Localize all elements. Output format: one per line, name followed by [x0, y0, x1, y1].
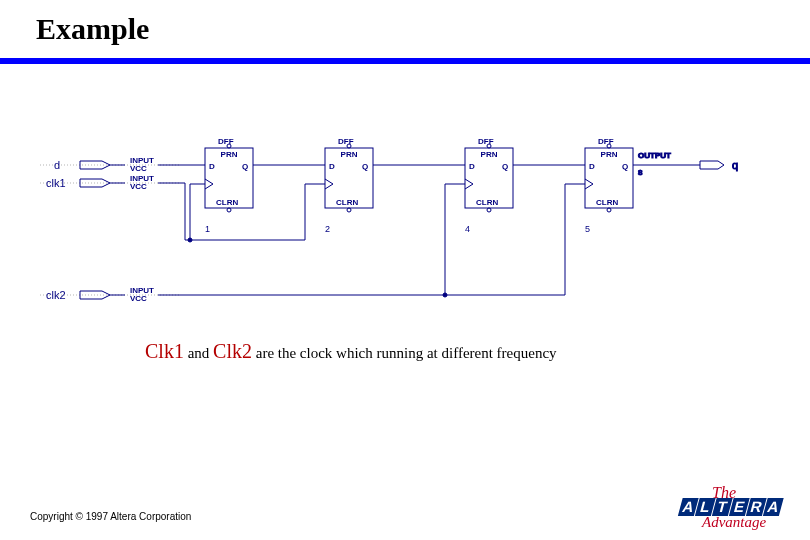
svg-text:Q: Q	[242, 162, 248, 171]
label-vcc-clk1: VCC	[130, 182, 147, 191]
schematic-diagram: d clk1 clk2 INPUT VCC INPUT VCC INPUT VC…	[40, 130, 760, 320]
pin-clk2	[80, 291, 125, 299]
svg-point-22	[347, 208, 351, 212]
svg-point-58	[443, 293, 447, 297]
svg-text:CLRN: CLRN	[476, 198, 498, 207]
svg-text:PRN: PRN	[481, 150, 498, 159]
svg-text:D: D	[209, 162, 215, 171]
svg-text:DFF: DFF	[218, 137, 234, 146]
caption-rest: are the clock which running at different…	[252, 345, 557, 361]
dff-1: DFF PRN D Q CLRN 1	[205, 137, 253, 234]
svg-text:D: D	[589, 162, 595, 171]
page-title: Example	[36, 12, 149, 46]
svg-text:PRN: PRN	[601, 150, 618, 159]
caption-and: and	[184, 345, 213, 361]
svg-text:4: 4	[465, 224, 470, 234]
svg-text:Q: Q	[622, 162, 628, 171]
svg-text:CLRN: CLRN	[596, 198, 618, 207]
dff-2: DFF PRN D Q CLRN 2	[325, 137, 373, 234]
svg-text:CLRN: CLRN	[336, 198, 358, 207]
svg-text:2: 2	[325, 224, 330, 234]
svg-point-52	[188, 238, 192, 242]
svg-text:Q: Q	[502, 162, 508, 171]
title-rule	[0, 58, 810, 64]
svg-text:5: 5	[585, 224, 590, 234]
pin-d	[80, 161, 125, 169]
label-vcc-d: VCC	[130, 164, 147, 173]
altera-logo: The ALTERA Advantage	[680, 484, 790, 534]
copyright: Copyright © 1997 Altera Corporation	[30, 511, 191, 522]
pin-clk1	[80, 179, 125, 187]
svg-point-13	[227, 208, 231, 212]
signal-d: d	[54, 159, 60, 171]
svg-text:PRN: PRN	[221, 150, 238, 159]
label-vcc-clk2: VCC	[130, 294, 147, 303]
svg-text:DFF: DFF	[478, 137, 494, 146]
wires	[158, 165, 700, 297]
svg-point-40	[607, 208, 611, 212]
svg-text:D: D	[329, 162, 335, 171]
svg-text:DFF: DFF	[598, 137, 614, 146]
svg-text:q: q	[732, 159, 738, 171]
svg-text:1: 1	[205, 224, 210, 234]
svg-text:CLRN: CLRN	[216, 198, 238, 207]
signal-clk2: clk2	[46, 289, 66, 301]
caption-clk2: Clk2	[213, 340, 252, 362]
svg-point-31	[487, 208, 491, 212]
caption-clk1: Clk1	[145, 340, 184, 362]
svg-text:OUTPUT: OUTPUT	[638, 151, 671, 160]
svg-text:PRN: PRN	[341, 150, 358, 159]
dff-4: DFF PRN D Q CLRN 4	[465, 137, 513, 234]
dff-5: DFF PRN D Q CLRN 5	[585, 137, 633, 234]
caption: Clk1 and Clk2 are the clock which runnin…	[145, 340, 557, 363]
pin-q: OUTPUT 8 q	[638, 151, 738, 177]
logo-sub: Advantage	[702, 514, 766, 531]
signal-clk1: clk1	[46, 177, 66, 189]
svg-text:D: D	[469, 162, 475, 171]
svg-text:Q: Q	[362, 162, 368, 171]
svg-text:8: 8	[638, 168, 643, 177]
svg-text:DFF: DFF	[338, 137, 354, 146]
